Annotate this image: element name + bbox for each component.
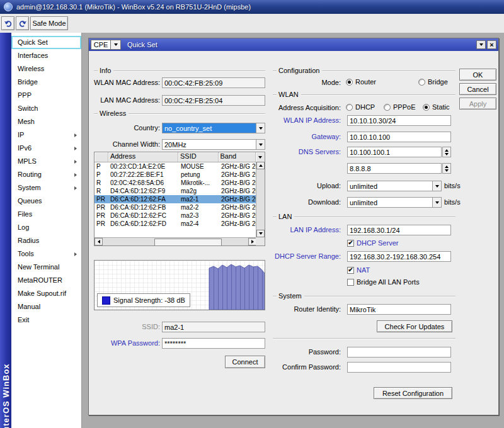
app-titlebar[interactable]: admin@192.168.30.1 (MikroTik) - WinBox v… — [0, 0, 504, 14]
table-row[interactable]: R 02:0C:42:68:5A:D6 Mikrotik-... 2GHz-B/… — [94, 179, 265, 187]
mode-bridge-radio[interactable]: Bridge — [418, 78, 448, 86]
upload-field[interactable]: unlimited — [347, 181, 433, 191]
bridge-all-lan-ports-checkbox[interactable]: Bridge All LAN Ports — [347, 278, 420, 286]
redo-button[interactable] — [16, 16, 29, 30]
close-window-button[interactable]: × — [487, 40, 496, 49]
mode-combo-dropdown-button[interactable] — [110, 40, 121, 50]
download-unit: bits/s — [444, 198, 461, 206]
undo-button[interactable] — [1, 16, 14, 30]
table-row[interactable]: P 00:23:CD:1A:E2:0E MOUSE 2GHz-B/G 20 — [94, 162, 265, 171]
vertical-scrollbar[interactable] — [256, 162, 265, 237]
sidebar-item-metarouter[interactable]: MetaROUTER — [11, 274, 81, 287]
channel-width-dropdown-button[interactable] — [256, 139, 265, 150]
sidebar-item-exit[interactable]: Exit — [11, 313, 81, 327]
lan-ip-field[interactable]: 192.168.30.1/24 — [347, 225, 451, 235]
apply-button[interactable]: Apply — [459, 98, 496, 110]
dns-servers-label: DNS Servers: — [270, 148, 341, 155]
sidebar-item-ppp[interactable]: PPP — [11, 89, 81, 102]
sidebar-item-radius[interactable]: Radius — [11, 234, 81, 247]
sidebar-item-bridge[interactable]: Bridge — [11, 76, 81, 89]
sidebar-item-make-supout[interactable]: Make Supout.rif — [11, 287, 81, 300]
connect-button[interactable]: Connect — [225, 356, 265, 368]
password-field[interactable] — [347, 347, 451, 358]
dhcp-range-field[interactable]: 192.168.30.2-192.168.30.254 — [347, 251, 451, 262]
ssid-column-header[interactable]: SSID — [178, 152, 219, 162]
sidebar-item-label: MPLS — [18, 157, 37, 165]
mode-combo[interactable]: CPE — [91, 40, 121, 50]
country-field[interactable]: no_country_set — [162, 123, 256, 133]
dhcp-server-checkbox[interactable]: ✔ DHCP Server — [347, 239, 398, 247]
sidebar-item-queues[interactable]: Queues — [11, 194, 81, 208]
sidebar-item-system[interactable]: System — [11, 181, 81, 194]
dns-server-2-field[interactable]: 8.8.8.8 — [347, 163, 442, 174]
dns-server-1-stepper[interactable] — [442, 147, 451, 157]
sidebar-item-label: Interfaces — [18, 52, 48, 59]
nat-checkbox[interactable]: ✔ NAT — [347, 266, 370, 274]
ok-button[interactable]: OK — [459, 69, 496, 81]
shade-window-button[interactable] — [476, 40, 486, 49]
mode-router-radio[interactable]: Router — [346, 78, 376, 86]
info-section-header: Info — [94, 67, 265, 74]
band-column-header[interactable]: Band — [219, 152, 256, 162]
window-titlebar[interactable]: CPE Quick Set × — [89, 38, 498, 51]
sidebar-item-switch[interactable]: Switch — [11, 102, 81, 115]
radio-selected-icon — [423, 104, 430, 111]
table-row[interactable]: PR D6:CA:6D:12:62:FB ma2-2 2GHz-B/G 20 — [94, 203, 265, 211]
wlan-ip-field[interactable]: 10.10.10.30/24 — [347, 115, 451, 126]
cancel-button[interactable]: Cancel — [459, 83, 496, 95]
winbox-app: admin@192.168.30.1 (MikroTik) - WinBox v… — [0, 0, 504, 428]
horizontal-scrollbar[interactable] — [94, 237, 256, 245]
scroll-up-button[interactable] — [256, 162, 265, 169]
sidebar-item-new-terminal[interactable]: New Terminal — [11, 261, 81, 274]
wlan-mac-field: 00:0C:42:FB:25:09 — [162, 77, 265, 88]
router-identity-field[interactable]: MikroTik — [347, 304, 451, 315]
channel-width-field[interactable]: 20MHz — [162, 139, 256, 150]
reset-configuration-button[interactable]: Reset Configuration — [374, 387, 452, 399]
scroll-left-button[interactable] — [94, 238, 103, 245]
safe-mode-button[interactable]: Safe Mode — [30, 16, 68, 30]
gateway-field[interactable]: 10.10.10.100 — [347, 132, 451, 142]
sidebar-item-files[interactable]: Files — [11, 208, 81, 221]
column-options-button[interactable] — [256, 152, 265, 162]
sidebar-item-manual[interactable]: Manual — [11, 300, 81, 313]
dns-server-2-stepper[interactable] — [442, 163, 451, 174]
submenu-arrow-icon — [74, 147, 77, 150]
upload-label: Upload: — [270, 182, 341, 189]
address-column-header[interactable]: Address — [108, 152, 178, 162]
sidebar-item-interfaces[interactable]: Interfaces — [11, 49, 81, 62]
table-row[interactable]: PR D6:CA:6D:12:62:FD ma2-4 2GHz-B/G 20 — [94, 220, 265, 228]
sidebar-item-label: Switch — [18, 104, 38, 112]
routeros-winbox-banner: RouterOS WinBox — [0, 33, 11, 428]
sidebar-item-ip[interactable]: IP — [11, 128, 81, 142]
confirm-password-field[interactable] — [347, 362, 451, 373]
acquisition-static-radio[interactable]: Static — [423, 103, 450, 111]
upload-dropdown-button[interactable] — [432, 181, 442, 191]
table-row[interactable]: R D4:CA:6D:12:62:F9 ma2g 2GHz-B/G 20 — [94, 187, 265, 195]
acquisition-pppoe-radio[interactable]: PPPoE — [384, 103, 415, 111]
acquisition-dhcp-radio[interactable]: DHCP — [346, 103, 375, 111]
sidebar-item-mesh[interactable]: Mesh — [11, 115, 81, 128]
scroll-down-button[interactable] — [256, 230, 265, 237]
wpa-password-field[interactable]: ******** — [162, 338, 265, 349]
table-row[interactable]: PR D6:CA:6D:12:62:FC ma2-3 2GHz-B/G 20 — [94, 211, 265, 220]
sidebar-item-quick-set[interactable]: Quick Set — [11, 36, 81, 49]
table-row[interactable]: P 00:27:22:2E:BE:F1 petung 2GHz-B/G 20 — [94, 171, 265, 179]
sidebar-item-routing[interactable]: Routing — [11, 168, 81, 181]
download-dropdown-button[interactable] — [432, 197, 442, 208]
sidebar-item-tools[interactable]: Tools — [11, 247, 81, 261]
scrollbar-thumb[interactable] — [154, 239, 222, 246]
flags-column-header[interactable] — [94, 152, 108, 162]
submenu-arrow-icon — [74, 252, 77, 256]
sidebar-item-log[interactable]: Log — [11, 221, 81, 234]
table-row-selected[interactable]: PR D6:CA:6D:12:62:FA ma2-1 2GHz-B/G 20 — [94, 195, 265, 203]
sidebar-item-wireless[interactable]: Wireless — [11, 62, 81, 76]
dns-server-1-field[interactable]: 10.100.100.1 — [347, 147, 442, 157]
check-for-updates-button[interactable]: Check For Updates — [377, 320, 452, 332]
sidebar-item-ipv6[interactable]: IPv6 — [11, 142, 81, 155]
wpa-password-label: WPA Password: — [94, 339, 160, 347]
dhcp-range-label: DHCP Server Range: — [270, 252, 341, 260]
sidebar-item-mpls[interactable]: MPLS — [11, 155, 81, 168]
sidebar-item-label: Wireless — [18, 65, 44, 72]
download-field[interactable]: unlimited — [347, 197, 433, 208]
country-dropdown-button[interactable] — [256, 123, 265, 133]
